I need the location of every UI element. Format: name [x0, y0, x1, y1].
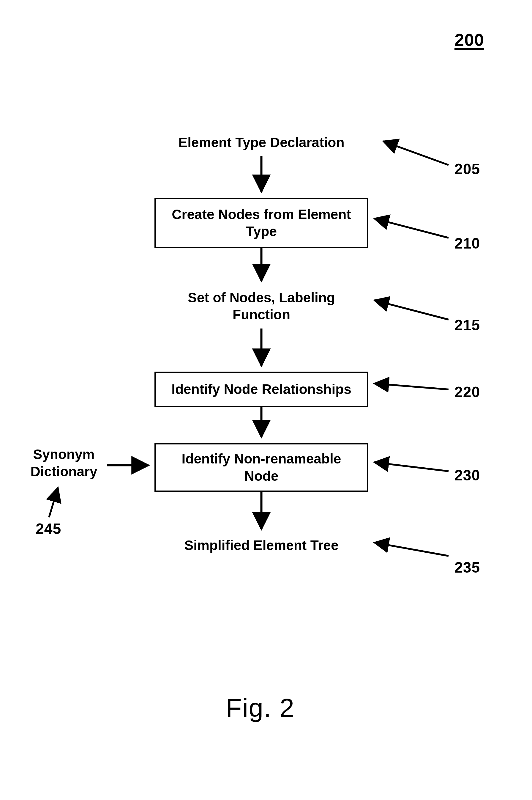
arrows-layer: [0, 0, 532, 800]
leader-215: [374, 300, 449, 320]
leader-235: [374, 543, 449, 556]
leader-230: [374, 462, 449, 471]
leader-245: [49, 488, 58, 517]
diagram-stage: 200 Element Type Declaration Create Node…: [0, 0, 532, 800]
leader-210: [374, 219, 449, 238]
leader-205: [383, 141, 449, 165]
leader-220: [374, 383, 449, 389]
